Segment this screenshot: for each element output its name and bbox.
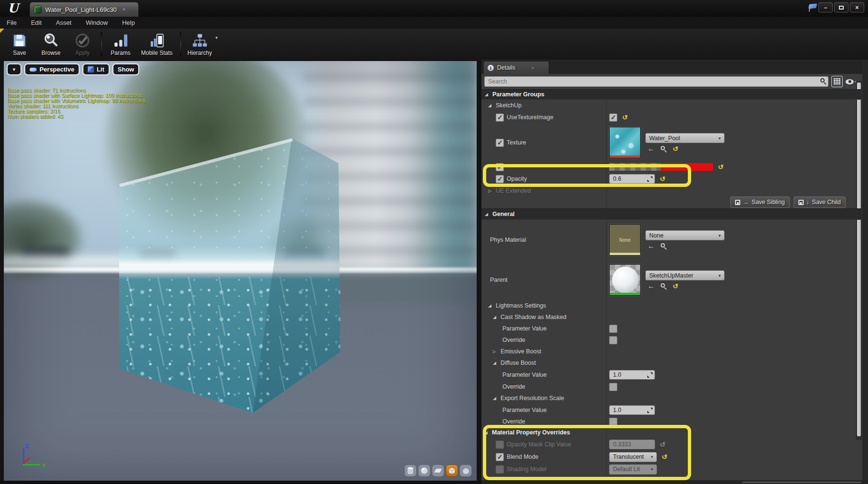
- use-selected-icon[interactable]: ←: [647, 283, 655, 289]
- search-input[interactable]: [484, 76, 828, 87]
- reset-icon[interactable]: ↺: [622, 114, 628, 121]
- expanded-icon: ◢: [488, 303, 493, 308]
- cast-shadow-as-masked-label: Cast Shadow as Masked: [500, 314, 566, 320]
- hierarchy-caret-icon[interactable]: ▾: [215, 35, 218, 40]
- horizontal-scrollbar-thumb[interactable]: [742, 482, 861, 483]
- category-parameter-groups[interactable]: ◢ Parameter Groups: [481, 89, 862, 100]
- phys-material-combo[interactable]: None ▾: [645, 230, 725, 240]
- use-texture-image-value-checkbox[interactable]: [609, 113, 617, 122]
- texture-scale-checkbox[interactable]: [496, 163, 504, 171]
- shading-model-label: Shading Model: [507, 466, 546, 473]
- browse-to-asset-icon[interactable]: [661, 146, 667, 152]
- reset-icon[interactable]: ↺: [673, 145, 678, 152]
- close-button[interactable]: ×: [850, 2, 864, 12]
- opacity-input[interactable]: 0.6: [609, 174, 655, 184]
- material-preview-viewport[interactable]: ▼ Perspective Lit Show Base pass shader:…: [4, 61, 477, 481]
- view-options-button[interactable]: ▾: [846, 79, 857, 84]
- menu-help[interactable]: Help: [122, 19, 135, 26]
- reset-icon[interactable]: ↺: [673, 283, 678, 289]
- reset-icon-disabled: ↺: [660, 441, 665, 448]
- group-export-resolution-scale[interactable]: ◢ Export Resolution Scale: [481, 392, 862, 404]
- maximize-button[interactable]: [834, 2, 848, 12]
- reset-icon[interactable]: ↺: [718, 164, 724, 170]
- reset-icon[interactable]: ↺: [662, 453, 667, 460]
- collapsed-icon: ▷: [493, 349, 498, 354]
- group-diffuse-boost[interactable]: ◢ Diffuse Boost: [481, 357, 862, 369]
- reset-icon[interactable]: ↺: [660, 175, 665, 182]
- texture-thumbnail[interactable]: [609, 127, 641, 158]
- browse-to-asset-icon[interactable]: [661, 243, 667, 249]
- group-material-property-overrides[interactable]: ◢ Material Property Overrides: [481, 427, 862, 438]
- details-tab[interactable]: i Details ×: [483, 61, 549, 74]
- drag-handle-icon[interactable]: [647, 176, 653, 182]
- save-child-label: Save Child: [812, 199, 841, 206]
- minimize-button[interactable]: –: [818, 2, 833, 12]
- use-selected-icon[interactable]: ←: [647, 243, 655, 249]
- preview-plane-button[interactable]: [432, 464, 444, 477]
- parent-combo[interactable]: SketchUpMaster ▾: [645, 270, 725, 280]
- save-button[interactable]: Save: [4, 31, 35, 58]
- export-scale-input[interactable]: 1.0: [609, 405, 655, 415]
- details-search-row: ▾: [481, 74, 868, 89]
- drag-handle-icon[interactable]: [647, 407, 653, 413]
- params-button[interactable]: Params: [105, 31, 136, 58]
- hierarchy-button[interactable]: Hierarchy: [184, 31, 215, 58]
- viewport-options-button[interactable]: ▼: [7, 63, 21, 75]
- group-ue-extended[interactable]: ▷ UE Extended: [481, 185, 862, 196]
- cast-shadow-parameter-value-checkbox[interactable]: [609, 325, 617, 333]
- menu-edit[interactable]: Edit: [31, 19, 41, 26]
- shading-model-checkbox[interactable]: [496, 465, 504, 474]
- preview-cylinder-button[interactable]: [404, 464, 417, 477]
- menu-file[interactable]: File: [7, 19, 17, 26]
- use-texture-image-checkbox[interactable]: [496, 113, 504, 122]
- lit-button[interactable]: Lit: [82, 63, 110, 75]
- texture-asset-combo[interactable]: Water_Pool ▾: [645, 133, 725, 143]
- texture-checkbox[interactable]: [496, 139, 504, 147]
- browse-to-asset-icon[interactable]: [661, 283, 667, 289]
- preview-sphere-button[interactable]: [418, 464, 430, 477]
- parameter-value-label: Parameter Value: [502, 325, 547, 332]
- scrollbar-thumb[interactable]: [857, 82, 861, 436]
- phys-material-thumbnail[interactable]: None: [609, 224, 641, 256]
- cast-shadow-override-checkbox[interactable]: [609, 336, 617, 344]
- opacity-mask-clip-checkbox[interactable]: [496, 441, 504, 449]
- override-label: Override: [502, 418, 525, 425]
- menu-window[interactable]: Window: [86, 19, 108, 26]
- show-button[interactable]: Show: [112, 63, 140, 75]
- asset-tab-close-icon[interactable]: ×: [123, 6, 126, 13]
- details-scrollbar[interactable]: [856, 81, 862, 440]
- blend-mode-checkbox[interactable]: [496, 453, 504, 461]
- parent-thumbnail[interactable]: [609, 264, 641, 296]
- use-selected-icon[interactable]: ←: [647, 145, 655, 152]
- eye-icon: [846, 79, 854, 84]
- row-diffuse-parameter-value: Parameter Value 1.0: [481, 369, 862, 381]
- perspective-button[interactable]: Perspective: [24, 63, 80, 75]
- category-general[interactable]: ◢ General: [481, 208, 862, 220]
- tutorial-cap-icon[interactable]: [808, 3, 817, 9]
- opacity-checkbox[interactable]: [496, 175, 504, 183]
- property-matrix-button[interactable]: [831, 76, 843, 87]
- group-lightmass-settings[interactable]: ◢ Lightmass Settings: [481, 300, 862, 311]
- blend-mode-value: Translucent: [613, 453, 644, 460]
- save-sibling-button[interactable]: → Save Sibling: [730, 196, 790, 208]
- asset-tab[interactable]: Water_Pool_Light-L69c30 ×: [30, 2, 139, 17]
- arrow-right-icon: →: [743, 199, 749, 206]
- diffuse-boost-input[interactable]: 1.0: [609, 370, 655, 380]
- mobile-stats-button[interactable]: Mobile Stats: [136, 31, 177, 58]
- diffuse-override-checkbox[interactable]: [609, 383, 617, 391]
- drag-handle-icon[interactable]: [647, 372, 653, 378]
- group-emissive-boost[interactable]: ▷ Emissive Boost: [481, 346, 862, 357]
- group-sketchup[interactable]: ◢ SketchUp: [481, 100, 862, 111]
- menu-asset[interactable]: Asset: [56, 19, 71, 26]
- preview-custom-mesh-button[interactable]: [460, 464, 472, 477]
- details-tab-close-icon[interactable]: ×: [531, 65, 534, 71]
- export-override-checkbox[interactable]: [609, 418, 617, 426]
- save-child-button[interactable]: ↓ Save Child: [794, 196, 846, 208]
- opacity-mask-clip-label: Opacity Mask Clip Value: [507, 441, 571, 448]
- axis-y-line: [23, 464, 40, 465]
- group-cast-shadow-as-masked[interactable]: ◢ Cast Shadow as Masked: [481, 311, 862, 323]
- texture-scale-bar[interactable]: [609, 163, 713, 171]
- preview-cube-button[interactable]: [446, 464, 458, 477]
- blend-mode-combo[interactable]: Translucent ▾: [609, 452, 657, 462]
- browse-button[interactable]: Browse: [35, 31, 67, 58]
